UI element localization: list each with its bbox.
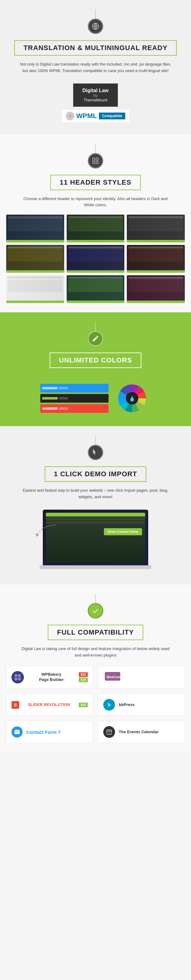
slider-price-label: $19 bbox=[79, 703, 88, 707]
connector-line-2 bbox=[95, 144, 96, 153]
events-calendar-name: The Events Calendar bbox=[119, 730, 159, 735]
compatibility-description: Digital Law is taking care of full desig… bbox=[18, 646, 173, 659]
product-by: by bbox=[82, 93, 109, 98]
header-styles-grid bbox=[6, 215, 185, 303]
slider-price: $19 bbox=[79, 703, 88, 707]
header-style-1 bbox=[6, 215, 64, 242]
svg-rect-18 bbox=[18, 678, 21, 680]
grid-icon bbox=[92, 157, 99, 164]
demo-import-title: 1 CLICK DEMO IMPORT bbox=[54, 470, 137, 478]
svg-rect-10 bbox=[96, 161, 98, 164]
svg-rect-16 bbox=[18, 674, 21, 677]
plugin-contact-form-7: Contact Form 7 bbox=[6, 721, 93, 743]
plugin-events-calendar: 12 The Events Calendar bbox=[98, 721, 185, 743]
svg-rect-7 bbox=[93, 158, 95, 160]
header-style-6 bbox=[127, 245, 185, 273]
unlimited-colors-title: UNLIMITED COLORS bbox=[59, 356, 132, 364]
header-style-9 bbox=[127, 275, 185, 303]
unlimited-colors-title-box: UNLIMITED COLORS bbox=[50, 353, 141, 368]
bbpress-name: bbPress bbox=[119, 702, 135, 708]
header-styles-title: 11 HEADER STYLES bbox=[59, 178, 131, 186]
svg-text:12: 12 bbox=[108, 732, 110, 734]
product-name: Digital Law bbox=[82, 88, 109, 93]
demo-content-setup-button[interactable]: Demo Content Setup bbox=[104, 528, 142, 535]
bbpress-icon-letter: b bbox=[108, 702, 111, 707]
wpml-main-text: WPML bbox=[76, 113, 97, 119]
check-icon-circle bbox=[88, 603, 103, 619]
header-style-5 bbox=[67, 245, 125, 273]
connector-line bbox=[95, 9, 96, 19]
svg-rect-15 bbox=[14, 674, 18, 677]
wpbakery-price-original: $25 bbox=[79, 672, 88, 677]
translation-title-box: TRANSLATION & MULTININGUAL READY bbox=[14, 40, 177, 56]
svg-rect-9 bbox=[93, 161, 95, 164]
dark-theme-screen bbox=[40, 394, 109, 402]
plugin-bbpress: b bbPress bbox=[98, 694, 185, 716]
color-screen-mockups bbox=[40, 384, 109, 413]
svg-text:Commerce: Commerce bbox=[113, 675, 122, 679]
red-theme-screen bbox=[40, 404, 109, 413]
compatibility-title-box: FULL COMPATIBILITY bbox=[48, 625, 143, 640]
demo-import-visual: Demo Content Setup bbox=[6, 506, 185, 575]
wpbakery-name: WPBakeryPage Builder bbox=[27, 672, 75, 682]
demo-import-title-box: 1 CLICK DEMO IMPORT bbox=[45, 466, 146, 482]
header-style-2 bbox=[67, 215, 125, 242]
events-calendar-icon: 12 bbox=[103, 726, 115, 738]
compatible-badge: Compatible bbox=[99, 113, 125, 119]
demo-import-description: Easiest and fastest way to build your we… bbox=[18, 487, 173, 500]
wpml-text-group: WPML bbox=[76, 113, 97, 119]
header-style-8 bbox=[67, 275, 125, 303]
compatibility-section: FULL COMPATIBILITY Digital Law is taking… bbox=[0, 584, 191, 753]
translation-title: TRANSLATION & MULTININGUAL READY bbox=[24, 44, 168, 52]
slider-revolution-info: SLIDER REVOLUTION bbox=[23, 702, 75, 708]
cf7-name: Contact Form 7 bbox=[26, 730, 61, 735]
pen-icon bbox=[92, 335, 99, 342]
cf7-icon bbox=[11, 726, 22, 738]
header-style-4 bbox=[6, 245, 64, 273]
demo-arrow bbox=[31, 522, 62, 542]
colors-demo-area: 💧 bbox=[6, 380, 185, 417]
blue-theme-screen bbox=[40, 384, 109, 393]
globe-icon bbox=[92, 22, 99, 30]
wpml-logo: WPML Compatible bbox=[62, 110, 129, 122]
svg-rect-17 bbox=[14, 678, 18, 680]
wpbakery-price-sale: $19 bbox=[79, 678, 88, 682]
compatibility-title: FULL COMPATIBILITY bbox=[57, 628, 134, 636]
plugin-slider-revolution: S SLIDER REVOLUTION $19 bbox=[6, 694, 93, 716]
wpml-circle-icon bbox=[66, 111, 74, 120]
plugins-grid: WPBakeryPage Builder $25 $19 Woo Commerc… bbox=[6, 666, 185, 743]
slider-revolution-icon: S bbox=[11, 701, 19, 709]
woocommerce-icon: Woo Commerce bbox=[103, 672, 122, 683]
plugin-wpbakery: WPBakeryPage Builder $25 $19 bbox=[6, 666, 93, 689]
cursor-icon bbox=[92, 449, 99, 456]
translation-section: TRANSLATION & MULTININGUAL READY Not onl… bbox=[0, 0, 191, 135]
connector-line-3 bbox=[95, 321, 96, 331]
grid-icon-circle bbox=[88, 153, 103, 169]
svg-rect-8 bbox=[96, 158, 98, 160]
wpml-product-box: Digital Law by ThemeMount bbox=[73, 83, 118, 107]
header-styles-title-box: 11 HEADER STYLES bbox=[50, 175, 140, 190]
laptop-base bbox=[40, 565, 151, 569]
wpbakery-info: WPBakeryPage Builder bbox=[27, 672, 75, 682]
header-styles-description: Choose a different header to represent y… bbox=[18, 196, 173, 209]
plugin-woocommerce: Woo Commerce bbox=[98, 666, 185, 689]
svg-marker-14 bbox=[36, 533, 39, 537]
wpbakery-price: $25 $19 bbox=[79, 672, 88, 682]
translation-description: Not only is Digital Law translation read… bbox=[18, 61, 173, 74]
color-wheel: 💧 bbox=[114, 380, 151, 417]
demo-import-section: 1 CLICK DEMO IMPORT Easiest and fastest … bbox=[0, 426, 191, 584]
header-style-3 bbox=[127, 215, 185, 242]
svg-text:💧: 💧 bbox=[129, 396, 135, 402]
product-company: ThemeMount bbox=[82, 98, 109, 102]
connector-line-4 bbox=[95, 436, 96, 445]
wpbakery-icon bbox=[11, 671, 24, 683]
cursor-icon-circle bbox=[88, 445, 103, 460]
connector-line-5 bbox=[95, 594, 96, 603]
unlimited-colors-section: UNLIMITED COLORS bbox=[0, 312, 191, 426]
wpml-badge: WPML Compatible bbox=[6, 110, 185, 122]
slider-revolution-name: SLIDER REVOLUTION bbox=[23, 702, 75, 708]
bbpress-icon: b bbox=[103, 699, 115, 711]
check-icon bbox=[92, 607, 99, 614]
header-style-7 bbox=[6, 275, 64, 303]
globe-icon-circle bbox=[88, 19, 103, 34]
